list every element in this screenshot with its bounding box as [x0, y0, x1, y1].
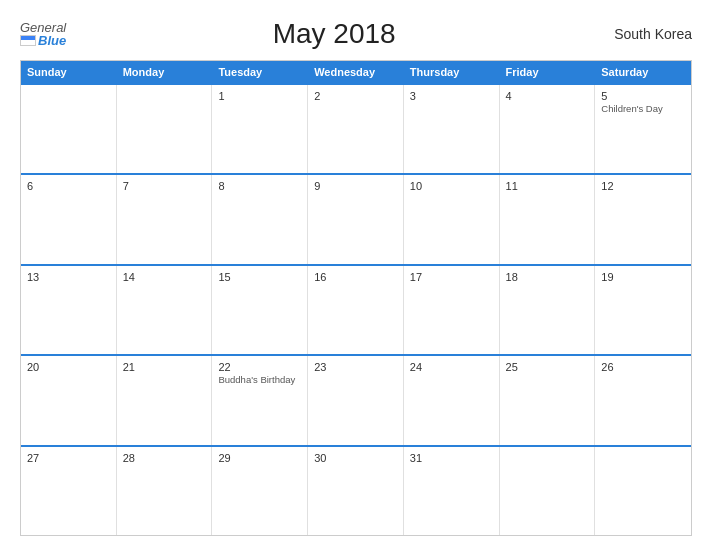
calendar-title: May 2018 [66, 18, 602, 50]
cell-w5-d1: 28 [117, 447, 213, 535]
cell-w2-d2: 8 [212, 175, 308, 263]
cell-w4-d5: 25 [500, 356, 596, 444]
week-4: 202122Buddha's Birthday23242526 [21, 354, 691, 444]
header-saturday: Saturday [595, 61, 691, 83]
calendar-body: 12345Children's Day678910111213141516171… [21, 83, 691, 535]
cell-w2-d3: 9 [308, 175, 404, 263]
cell-w5-d2: 29 [212, 447, 308, 535]
cell-w4-d2: 22Buddha's Birthday [212, 356, 308, 444]
cell-w4-d0: 20 [21, 356, 117, 444]
cell-w5-d4: 31 [404, 447, 500, 535]
day-number: 29 [218, 452, 301, 464]
day-number: 2 [314, 90, 397, 102]
day-number: 26 [601, 361, 685, 373]
cell-w1-d3: 2 [308, 85, 404, 173]
logo-blue-text: Blue [20, 34, 66, 47]
cell-w3-d5: 18 [500, 266, 596, 354]
day-number: 1 [218, 90, 301, 102]
cell-w1-d1 [117, 85, 213, 173]
logo: General Blue [20, 21, 66, 47]
header-monday: Monday [117, 61, 213, 83]
day-event: Buddha's Birthday [218, 374, 295, 385]
day-number: 3 [410, 90, 493, 102]
day-number: 31 [410, 452, 493, 464]
cell-w3-d4: 17 [404, 266, 500, 354]
cell-w3-d6: 19 [595, 266, 691, 354]
cell-w1-d4: 3 [404, 85, 500, 173]
week-3: 13141516171819 [21, 264, 691, 354]
day-number: 9 [314, 180, 397, 192]
cell-w5-d6 [595, 447, 691, 535]
cell-w1-d2: 1 [212, 85, 308, 173]
cell-w3-d3: 16 [308, 266, 404, 354]
cell-w5-d3: 30 [308, 447, 404, 535]
week-1: 12345Children's Day [21, 83, 691, 173]
calendar-header: Sunday Monday Tuesday Wednesday Thursday… [21, 61, 691, 83]
cell-w2-d4: 10 [404, 175, 500, 263]
day-number: 7 [123, 180, 206, 192]
header-friday: Friday [500, 61, 596, 83]
day-number: 19 [601, 271, 685, 283]
cell-w5-d0: 27 [21, 447, 117, 535]
day-number: 11 [506, 180, 589, 192]
cell-w2-d5: 11 [500, 175, 596, 263]
week-2: 6789101112 [21, 173, 691, 263]
day-number: 16 [314, 271, 397, 283]
header-sunday: Sunday [21, 61, 117, 83]
day-number: 15 [218, 271, 301, 283]
day-number: 23 [314, 361, 397, 373]
day-number: 30 [314, 452, 397, 464]
day-number: 8 [218, 180, 301, 192]
day-number: 13 [27, 271, 110, 283]
day-number: 22 [218, 361, 301, 373]
calendar: Sunday Monday Tuesday Wednesday Thursday… [20, 60, 692, 536]
day-number: 4 [506, 90, 589, 102]
cell-w4-d4: 24 [404, 356, 500, 444]
cell-w4-d1: 21 [117, 356, 213, 444]
day-number: 20 [27, 361, 110, 373]
cell-w1-d5: 4 [500, 85, 596, 173]
day-number: 21 [123, 361, 206, 373]
day-number: 5 [601, 90, 685, 102]
logo-flag-icon [20, 35, 36, 46]
day-number: 10 [410, 180, 493, 192]
header-wednesday: Wednesday [308, 61, 404, 83]
header-tuesday: Tuesday [212, 61, 308, 83]
cell-w3-d0: 13 [21, 266, 117, 354]
day-number: 25 [506, 361, 589, 373]
cell-w3-d2: 15 [212, 266, 308, 354]
page: General Blue May 2018 South Korea Sunday… [0, 0, 712, 550]
day-number: 6 [27, 180, 110, 192]
day-number: 17 [410, 271, 493, 283]
header: General Blue May 2018 South Korea [20, 18, 692, 50]
day-number: 28 [123, 452, 206, 464]
cell-w4-d6: 26 [595, 356, 691, 444]
cell-w4-d3: 23 [308, 356, 404, 444]
day-number: 14 [123, 271, 206, 283]
country-label: South Korea [602, 26, 692, 42]
day-number: 12 [601, 180, 685, 192]
header-thursday: Thursday [404, 61, 500, 83]
cell-w1-d0 [21, 85, 117, 173]
day-number: 27 [27, 452, 110, 464]
cell-w1-d6: 5Children's Day [595, 85, 691, 173]
cell-w2-d0: 6 [21, 175, 117, 263]
cell-w5-d5 [500, 447, 596, 535]
day-number: 24 [410, 361, 493, 373]
cell-w2-d6: 12 [595, 175, 691, 263]
cell-w2-d1: 7 [117, 175, 213, 263]
day-event: Children's Day [601, 103, 662, 114]
week-5: 2728293031 [21, 445, 691, 535]
day-number: 18 [506, 271, 589, 283]
cell-w3-d1: 14 [117, 266, 213, 354]
